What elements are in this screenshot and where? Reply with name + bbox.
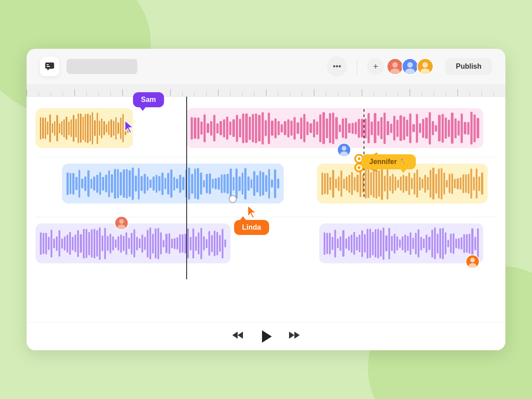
- more-button[interactable]: •••: [327, 56, 347, 77]
- svg-rect-3: [47, 66, 50, 67]
- svg-rect-2: [47, 64, 49, 65]
- audio-clip-lavender1[interactable]: [35, 223, 231, 263]
- split-handle[interactable]: [229, 195, 237, 203]
- header: ••• +: [27, 49, 505, 84]
- sam-badge: Sam: [133, 92, 164, 107]
- svg-marker-30: [289, 332, 294, 339]
- svg-point-17: [119, 219, 124, 224]
- play-button[interactable]: [256, 327, 276, 346]
- jennifer-badge: Jennifer ✏️: [361, 154, 416, 169]
- tracks-container: [27, 97, 505, 279]
- svg-point-14: [342, 146, 347, 151]
- publish-button[interactable]: Publish: [445, 58, 492, 75]
- app-window: ••• +: [27, 49, 505, 350]
- rewind-button[interactable]: [231, 331, 244, 342]
- svg-point-20: [470, 258, 475, 262]
- more-icon: •••: [333, 62, 341, 71]
- svg-point-21: [469, 263, 477, 269]
- svg-point-8: [407, 62, 413, 68]
- header-divider: [357, 59, 357, 74]
- timeline-area: Sam Jennifer ✏️ Linda: [27, 84, 505, 322]
- track-row-1: [35, 104, 497, 153]
- transport-controls: [27, 322, 505, 350]
- avatar-3: [417, 58, 434, 75]
- add-collaborator-button[interactable]: +: [367, 58, 384, 75]
- svg-point-11: [422, 62, 428, 68]
- play-icon: [262, 330, 272, 343]
- svg-marker-31: [294, 332, 300, 339]
- audio-clip-lavender2[interactable]: [319, 223, 483, 263]
- linda-badge: Linda: [234, 220, 269, 235]
- title-input[interactable]: [66, 59, 137, 74]
- track-row-2: [35, 159, 497, 212]
- cursor-linda: [246, 205, 258, 221]
- audio-clip-pink[interactable]: [186, 108, 483, 148]
- pink-clip-avatar: [337, 143, 351, 157]
- avatar-2: [402, 58, 419, 75]
- svg-point-15: [340, 152, 348, 157]
- cursor-sam: [123, 120, 136, 136]
- svg-marker-1: [47, 69, 50, 70]
- audio-clip-yellow[interactable]: [35, 108, 133, 148]
- svg-point-18: [117, 225, 125, 230]
- svg-point-12: [420, 68, 430, 74]
- timeline-ruler: [27, 84, 505, 97]
- audio-clip-blue[interactable]: [62, 164, 284, 203]
- svg-point-24: [358, 157, 360, 160]
- forward-button[interactable]: [288, 331, 301, 342]
- svg-point-5: [392, 62, 398, 68]
- svg-rect-0: [45, 63, 54, 69]
- svg-point-25: [358, 166, 360, 169]
- svg-point-6: [390, 68, 399, 74]
- lavender2-clip-avatar: [466, 254, 480, 269]
- svg-marker-28: [232, 332, 238, 339]
- logo-icon: [40, 57, 59, 76]
- edit-icon: ✏️: [400, 158, 408, 165]
- collaborators-area: +: [367, 58, 434, 75]
- avatar-1: [387, 58, 403, 75]
- playhead[interactable]: [186, 97, 187, 279]
- blue-clip-avatar: [114, 216, 129, 230]
- svg-point-9: [405, 68, 415, 74]
- svg-marker-29: [238, 332, 243, 339]
